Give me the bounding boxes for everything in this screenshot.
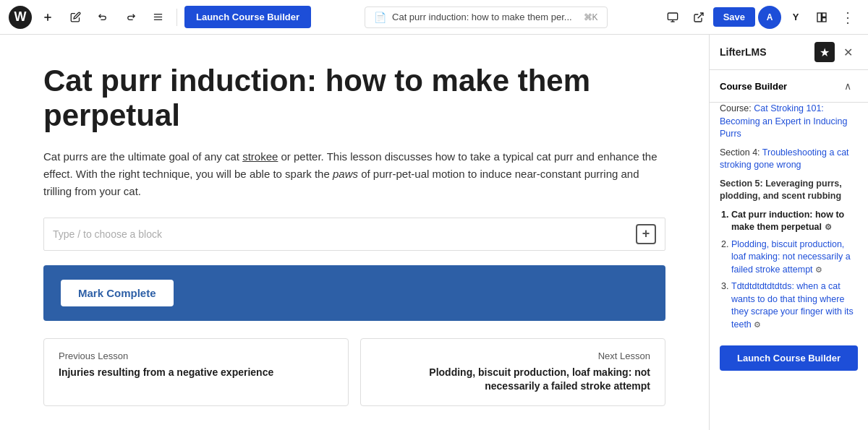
section4-info: Section 4: Troubleshooting a cat strokin… (720, 147, 858, 172)
paws-text: paws (333, 168, 358, 180)
lesson-navigation: Previous Lesson Injuries resulting from … (43, 338, 665, 406)
yoast-icon[interactable]: Y (784, 6, 807, 29)
lesson3-link[interactable]: Tdtdtdtdtdtdtds: when a cat wants to do … (731, 281, 854, 330)
sidebar-header-buttons: ★ ✕ (814, 42, 858, 62)
section4-label: Section 4: (720, 147, 760, 158)
mark-complete-button[interactable]: Mark Complete (61, 280, 174, 306)
list-item: Plodding, biscuit production, loaf makin… (731, 238, 858, 277)
keyboard-shortcut: ⌘K (584, 12, 598, 22)
course-info: Course: Cat Stroking 101: Becoming an Ex… (720, 103, 858, 141)
lesson-title: Cat purr induction: how to make them per… (43, 64, 665, 134)
previous-lesson-label: Previous Lesson (59, 351, 333, 361)
sidebar-close-button[interactable]: ✕ (838, 42, 858, 62)
next-lesson-card[interactable]: Next Lesson Plodding, biscuit production… (360, 338, 665, 406)
svg-line-8 (697, 13, 702, 18)
section5-label: Section 5: Leveraging purrs, plodding, a… (720, 178, 858, 203)
sidebar-collapse-button[interactable]: ∧ (838, 76, 858, 96)
course-builder-label: Course Builder (720, 81, 787, 92)
sidebar-content: Course: Cat Stroking 101: Becoming an Ex… (710, 103, 868, 345)
toolbar: W Launch Course Builder 📄 Cat purr induc… (0, 0, 868, 35)
lesson-body: Cat purrs are the ultimate goal of any c… (43, 148, 665, 200)
next-lesson-title: Plodding, biscuit production, loaf makin… (375, 366, 650, 394)
lesson-list: Cat purr induction: how to make them per… (720, 209, 858, 332)
desktop-preview-button[interactable] (661, 6, 684, 29)
save-button[interactable]: Save (713, 7, 755, 27)
sidebar-bookmark-button[interactable]: ★ (814, 42, 835, 62)
launch-course-builder-toolbar-button[interactable]: Launch Course Builder (184, 6, 311, 28)
divider (176, 9, 177, 26)
mark-complete-bar: Mark Complete (43, 265, 665, 321)
course-builder-section-header: Course Builder ∧ (710, 70, 868, 103)
toolbar-right: Save A Y ⋮ (661, 6, 859, 29)
svg-rect-9 (817, 13, 821, 22)
redo-button[interactable] (119, 6, 142, 29)
placeholder-text: Type / to choose a block (53, 228, 162, 240)
svg-rect-11 (822, 17, 826, 21)
add-block-button[interactable] (36, 6, 59, 29)
sidebar: LifterLMS ★ ✕ Course Builder ∧ Course: C… (709, 35, 868, 430)
course-label: Course: (720, 103, 752, 113)
wp-logo: W (9, 6, 32, 29)
breadcrumb-area: 📄 Cat purr induction: how to make them p… (315, 7, 657, 28)
gear-icon-3[interactable]: ⚙ (754, 320, 761, 329)
breadcrumb[interactable]: 📄 Cat purr induction: how to make them p… (365, 7, 608, 28)
svg-rect-10 (822, 13, 826, 17)
breadcrumb-text: Cat purr induction: how to make them per… (392, 12, 572, 22)
editor-area: Cat purr induction: how to make them per… (0, 35, 709, 430)
add-block-inline-button[interactable]: + (636, 224, 656, 244)
sidebar-plugin-name: LifterLMS (720, 46, 767, 58)
gear-icon-2[interactable]: ⚙ (815, 265, 822, 274)
sidebar-launch-course-builder-button[interactable]: Launch Course Builder (720, 345, 858, 371)
user-avatar-button[interactable]: A (758, 6, 781, 29)
lesson2-link[interactable]: Plodding, biscuit production, loaf makin… (731, 239, 851, 275)
more-options-button[interactable]: ⋮ (836, 6, 859, 29)
main-layout: Cat purr induction: how to make them per… (0, 35, 868, 430)
undo-button[interactable] (91, 6, 114, 29)
list-item: Cat purr induction: how to make them per… (731, 209, 858, 234)
layout-button[interactable] (810, 6, 833, 29)
previous-lesson-title: Injuries resulting from a negative exper… (59, 366, 333, 380)
previous-lesson-card[interactable]: Previous Lesson Injuries resulting from … (43, 338, 349, 406)
list-item: Tdtdtdtdtdtdtds: when a cat wants to do … (731, 280, 858, 331)
menu-button[interactable] (146, 6, 169, 29)
strokee-text: strokee (242, 150, 278, 163)
gear-icon-1[interactable]: ⚙ (825, 223, 832, 231)
next-lesson-label: Next Lesson (375, 351, 650, 361)
external-link-button[interactable] (687, 6, 710, 29)
doc-icon: 📄 (374, 12, 386, 23)
svg-rect-5 (668, 13, 677, 20)
edit-icon[interactable] (64, 6, 87, 29)
block-placeholder[interactable]: Type / to choose a block + (43, 218, 665, 251)
sidebar-header: LifterLMS ★ ✕ (710, 35, 868, 70)
